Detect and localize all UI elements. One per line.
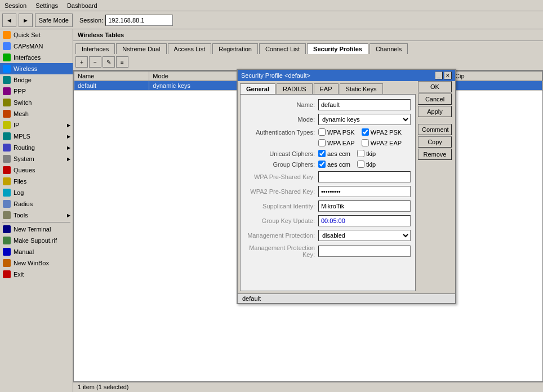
sidebar-item-manual[interactable]: Manual bbox=[0, 246, 73, 257]
dialog-buttons: OK Cancel Apply bbox=[418, 81, 453, 117]
sidebar-item-new-terminal[interactable]: New Terminal bbox=[0, 224, 73, 235]
unicast-label: Unicast Ciphers: bbox=[245, 150, 318, 157]
apply-button[interactable]: Apply bbox=[418, 106, 452, 117]
wpa-eap-checkbox[interactable]: WPA EAP bbox=[318, 139, 355, 146]
wpa-psk-key-input[interactable] bbox=[318, 171, 411, 182]
radius-icon bbox=[2, 199, 11, 208]
comment-button[interactable]: Comment bbox=[418, 124, 452, 135]
wpa-psk-checkbox[interactable]: WPA PSK bbox=[318, 128, 355, 136]
sidebar-item-label: Radius bbox=[14, 201, 33, 207]
session-label: Session: bbox=[79, 17, 103, 24]
back-button[interactable]: ◄ bbox=[2, 14, 16, 27]
mgmt-protection-key-input[interactable] bbox=[318, 246, 411, 257]
sidebar-item-mpls[interactable]: MPLS ▶ bbox=[0, 131, 73, 142]
sidebar-item-ppp[interactable]: PPP bbox=[0, 86, 73, 97]
dialog-minimize-button[interactable]: _ bbox=[435, 72, 443, 79]
sidebar-item-bridge[interactable]: Bridge bbox=[0, 74, 73, 86]
session-input[interactable] bbox=[105, 15, 173, 26]
wpa2-eap-checkbox[interactable]: WPA2 EAP bbox=[362, 139, 402, 146]
sidebar-item-wireless[interactable]: Wireless bbox=[0, 63, 73, 74]
menu-dashboard[interactable]: Dashboard bbox=[63, 1, 102, 10]
wpa2-eap-check[interactable] bbox=[362, 139, 369, 146]
unicast-aes-check[interactable] bbox=[318, 150, 326, 157]
wpa2-eap-label: WPA2 EAP bbox=[371, 140, 402, 146]
sidebar-item-label: Queues bbox=[14, 167, 35, 173]
new-terminal-icon bbox=[2, 225, 11, 234]
dialog-overlay: Security Profile <default> _ ✕ General R… bbox=[73, 29, 543, 392]
sidebar-item-label: Interfaces bbox=[14, 54, 41, 61]
dialog-titlebar: Security Profile <default> _ ✕ bbox=[238, 70, 455, 81]
ip-arrow: ▶ bbox=[67, 123, 70, 128]
sidebar-item-label: CAPsMAN bbox=[14, 43, 43, 50]
wpa2-psk-check[interactable] bbox=[362, 128, 369, 136]
name-input[interactable] bbox=[318, 99, 411, 110]
dialog-tab-radius[interactable]: RADIUS bbox=[277, 83, 313, 94]
sidebar-item-label: Quick Set bbox=[14, 32, 41, 38]
wpa2-psk-key-input[interactable] bbox=[318, 186, 411, 197]
sidebar-item-capsman[interactable]: CAPsMAN bbox=[0, 41, 73, 52]
sidebar-item-radius[interactable]: Radius bbox=[0, 198, 73, 210]
menu-session[interactable]: Session bbox=[0, 1, 31, 10]
sidebar-item-label: Tools bbox=[14, 212, 28, 219]
dialog-tab-general[interactable]: General bbox=[240, 83, 275, 94]
sidebar-item-label: Switch bbox=[14, 99, 32, 106]
wpa-eap-check[interactable] bbox=[318, 139, 326, 146]
dialog-footer-text: default bbox=[242, 295, 261, 302]
new-winbox-icon bbox=[2, 259, 11, 268]
sidebar-item-routing[interactable]: Routing ▶ bbox=[0, 142, 73, 153]
group-key-input[interactable] bbox=[318, 215, 411, 226]
tab-security-profiles[interactable]: Security Profiles bbox=[307, 43, 368, 54]
group-tkip-check[interactable] bbox=[357, 161, 364, 168]
sidebar-item-label: Make Supout.rif bbox=[14, 237, 57, 244]
mgmt-protection-select[interactable]: disabled bbox=[318, 230, 411, 241]
unicast-tkip-checkbox[interactable]: tkip bbox=[357, 150, 376, 157]
ok-button[interactable]: OK bbox=[418, 81, 452, 92]
mode-select[interactable]: dynamic keys bbox=[318, 114, 411, 125]
dialog-close-button[interactable]: ✕ bbox=[444, 72, 452, 79]
sidebar-item-files[interactable]: Files bbox=[0, 176, 73, 187]
sidebar-item-log[interactable]: Log bbox=[0, 187, 73, 198]
sidebar-item-queues[interactable]: Queues bbox=[0, 164, 73, 176]
sidebar-item-quick-set[interactable]: Quick Set bbox=[0, 29, 73, 41]
sidebar-item-new-winbox[interactable]: New WinBox bbox=[0, 257, 73, 269]
group-aes-checkbox[interactable]: aes ccm bbox=[318, 161, 350, 168]
forward-button[interactable]: ► bbox=[19, 14, 33, 27]
safe-mode-button[interactable]: Safe Mode bbox=[35, 14, 73, 27]
group-aes-check[interactable] bbox=[318, 161, 326, 168]
system-arrow: ▶ bbox=[67, 157, 70, 162]
supplicant-input[interactable] bbox=[318, 201, 411, 212]
wpa-psk-check[interactable] bbox=[318, 128, 326, 136]
dialog-tab-eap[interactable]: EAP bbox=[314, 83, 339, 94]
group-key-row: Group Key Update: bbox=[245, 215, 411, 226]
sidebar-item-label: New WinBox bbox=[14, 260, 49, 266]
wpa2-psk-row: WPA2 Pre-Shared Key: bbox=[245, 186, 411, 197]
sidebar-item-label: Manual bbox=[14, 248, 34, 255]
sidebar-separator bbox=[2, 222, 70, 222]
dialog-tab-static-keys[interactable]: Static Keys bbox=[340, 83, 383, 94]
menu-settings[interactable]: Settings bbox=[31, 1, 63, 10]
sidebar-item-interfaces[interactable]: Interfaces bbox=[0, 52, 73, 63]
manual-icon bbox=[2, 247, 11, 256]
switch-icon bbox=[2, 98, 11, 107]
copy-button[interactable]: Copy bbox=[418, 136, 452, 148]
auth-types-group: WPA PSK WPA2 PSK bbox=[318, 128, 411, 136]
sidebar-item-tools[interactable]: Tools ▶ bbox=[0, 210, 73, 221]
sidebar-item-switch[interactable]: Switch bbox=[0, 97, 73, 108]
main-layout: Quick Set CAPsMAN Interfaces Wireless Br… bbox=[0, 29, 543, 392]
wpa-psk-label: WPA PSK bbox=[327, 129, 355, 136]
sidebar-item-make-supout[interactable]: Make Supout.rif bbox=[0, 235, 73, 246]
unicast-aes-checkbox[interactable]: aes ccm bbox=[318, 150, 350, 157]
sidebar-item-system[interactable]: System ▶ bbox=[0, 153, 73, 164]
supplicant-label: Supplicant Identity: bbox=[245, 203, 318, 210]
sidebar-item-exit[interactable]: Exit bbox=[0, 269, 73, 280]
wpa2-psk-checkbox[interactable]: WPA2 PSK bbox=[362, 128, 402, 136]
cancel-button[interactable]: Cancel bbox=[418, 93, 452, 105]
sidebar-item-label: Files bbox=[14, 178, 26, 185]
unicast-tkip-check[interactable] bbox=[357, 150, 364, 157]
sidebar-item-ip[interactable]: IP ▶ bbox=[0, 119, 73, 131]
group-tkip-checkbox[interactable]: tkip bbox=[357, 161, 376, 168]
routing-icon bbox=[2, 143, 11, 152]
sidebar-item-mesh[interactable]: Mesh bbox=[0, 108, 73, 119]
content-area: Wireless Tables Interfaces Nstreme Dual … bbox=[73, 29, 543, 392]
remove-button[interactable]: Remove bbox=[418, 149, 452, 160]
